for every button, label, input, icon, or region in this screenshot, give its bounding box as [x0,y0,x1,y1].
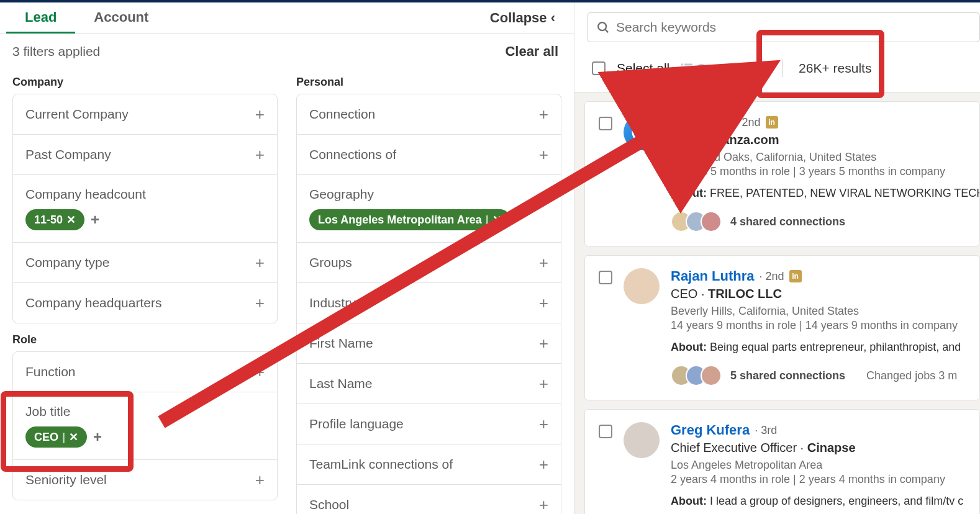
avatar[interactable] [624,422,660,458]
filter-company-headcount[interactable]: Company headcount 11-50 ✕ + [13,175,277,243]
chip-remove-icon[interactable]: ✕ [69,430,78,444]
plus-icon: + [539,497,548,513]
avatar[interactable] [624,268,660,304]
divider [782,60,783,77]
filter-label: Industry [309,295,356,310]
search-input-container[interactable] [587,12,980,42]
result-about: FREE, PATENTED, NEW VIRAL NETWORKING TEC… [710,187,979,199]
plus-icon: + [539,255,548,271]
results-panel: Select all Save to list 26K+ results ...… [574,2,980,514]
svg-point-9 [637,128,646,137]
chip-remove-icon[interactable]: ✕ [66,213,76,227]
plus-icon: + [539,456,548,472]
result-checkbox[interactable] [599,117,612,130]
avatar[interactable] [624,114,660,150]
plus-icon: + [539,376,548,392]
filter-profile-language[interactable]: Profile language+ [297,404,561,444]
filter-label: Company headquarters [25,295,161,310]
filter-teamlink[interactable]: TeamLink connections of+ [297,444,561,485]
filter-past-company[interactable]: Past Company+ [13,135,277,175]
result-name[interactable]: Rajan Luthra [671,268,754,284]
chip-label: CEO [34,431,58,444]
result-location: Los Angeles Metropolitan Area [671,459,979,472]
plus-icon: + [255,106,265,122]
result-name[interactable]: Greg Kufera [671,422,750,438]
result-degree: · 2nd [759,270,784,283]
svg-rect-4 [681,68,683,70]
result-card[interactable]: ... Burger · 2nd in CEO · Granza.com Tho… [584,101,980,246]
filter-label: Connection [309,107,375,122]
svg-rect-2 [681,64,683,66]
filter-function[interactable]: Function+ [13,352,277,392]
filter-label: First Name [309,336,373,351]
filter-label: Company headcount [25,187,146,202]
svg-point-8 [633,124,650,141]
changed-jobs: Changed jobs 3 m [866,369,957,382]
result-degree: · 3rd [755,424,777,437]
result-company[interactable]: Granza.com [708,133,779,147]
filter-current-company[interactable]: Current Company+ [13,94,277,135]
filter-label: Last Name [309,376,373,391]
shared-connections[interactable]: 5 shared connections [730,369,845,382]
result-name[interactable]: ... Burger [671,114,731,130]
tab-lead[interactable]: Lead [6,2,75,34]
filter-geography[interactable]: Geography Los Angeles Metropolitan Area … [297,175,561,243]
filter-company-hq[interactable]: Company headquarters+ [13,283,277,323]
chip-headcount[interactable]: 11-50 ✕ [25,209,84,230]
filter-school[interactable]: School+ [297,485,561,514]
filter-seniority[interactable]: Seniority level+ [13,460,277,500]
filter-connections-of[interactable]: Connections of+ [297,135,561,175]
filter-industry[interactable]: Industry+ [297,283,561,323]
section-personal: Personal [296,76,561,89]
save-to-list-label: Save to list [697,61,766,76]
result-title: CEO [671,287,697,300]
filter-label: Seniority level [25,472,107,487]
chip-job-title[interactable]: CEO | ✕ [25,426,87,448]
svg-rect-5 [684,68,692,70]
filter-groups[interactable]: Groups+ [297,243,561,283]
result-tenure: 3 years 5 months in role | 3 years 5 mon… [671,165,979,178]
about-label: About: [671,187,707,199]
search-icon [596,20,610,34]
result-card[interactable]: Greg Kufera · 3rd Chief Executive Office… [584,409,980,514]
result-tenure: 14 years 9 months in role | 14 years 9 m… [671,319,979,332]
search-input[interactable] [616,20,971,35]
filter-label: Groups [309,255,352,270]
list-icon [681,63,693,74]
result-checkbox[interactable] [599,271,612,284]
filter-last-name[interactable]: Last Name+ [297,364,561,404]
plus-icon: + [255,472,265,488]
filter-label: Current Company [25,107,129,122]
add-chip-button[interactable]: + [93,428,102,446]
chip-geography[interactable]: Los Angeles Metropolitan Area | ✕ [309,209,510,230]
filter-label: Geography [309,187,374,202]
shared-connections[interactable]: 4 shared connections [730,215,845,228]
select-all-checkbox[interactable] [592,61,606,75]
filter-connection[interactable]: Connection+ [297,94,561,135]
svg-point-0 [598,22,606,30]
filter-first-name[interactable]: First Name+ [297,323,561,364]
chip-remove-icon[interactable]: ✕ [492,213,502,227]
shared-avatars[interactable] [671,211,722,232]
plus-icon: + [255,295,265,311]
result-checkbox[interactable] [599,425,612,438]
filter-job-title[interactable]: Job title CEO | ✕ + [13,392,277,460]
tab-account[interactable]: Account [75,2,167,34]
filter-company-type[interactable]: Company type+ [13,243,277,283]
about-label: About: [671,495,707,507]
save-to-list-button[interactable]: Save to list [681,61,766,76]
linkedin-badge-icon: in [789,270,802,282]
collapse-button[interactable]: Collapse ‹ [490,10,568,26]
svg-rect-6 [681,71,683,73]
filter-label: Profile language [309,417,404,431]
plus-icon: + [255,255,265,271]
plus-icon: + [255,364,265,380]
clear-all-button[interactable]: Clear all [505,43,558,60]
add-chip-button[interactable]: + [91,211,99,228]
shared-avatars[interactable] [671,365,722,386]
result-company[interactable]: Cinapse [807,441,856,454]
filter-panel: Lead Account Collapse ‹ 3 filters applie… [0,2,574,514]
chip-label: Los Angeles Metropolitan Area [318,214,482,227]
result-card[interactable]: Rajan Luthra · 2nd in CEO · TRILOC LLC B… [584,255,980,400]
result-company[interactable]: TRILOC LLC [708,287,782,300]
